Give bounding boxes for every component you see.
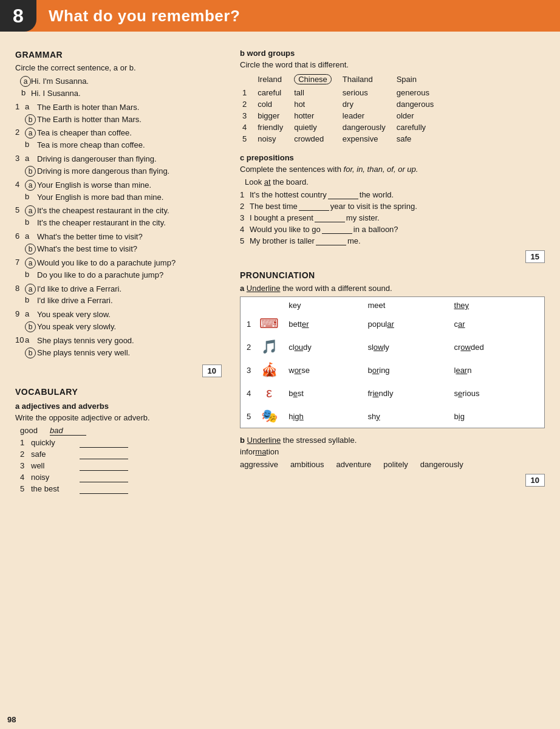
word-groups-col-header: Ireland bbox=[255, 73, 292, 87]
pron-instruction-a: a Underline the word with a different so… bbox=[240, 284, 545, 293]
prep-items: 1It's the hottest country the world.2The… bbox=[240, 190, 545, 245]
grammar-item: 10 aShe plays tennis very good.bShe play… bbox=[15, 335, 222, 360]
grammar-item: 4aYour English is worse than mine. bYour… bbox=[15, 180, 222, 204]
vocab-items: 1quickly 2safe 3well 4noisy 5the best bbox=[15, 438, 222, 494]
vocab-instruction: Write the opposite adjective or adverb. bbox=[15, 413, 222, 422]
word-groups-row: 2coldhotdrydangerous bbox=[240, 98, 442, 110]
stressed-word: aggressive bbox=[240, 460, 278, 469]
stressed-word: dangerously bbox=[420, 460, 463, 469]
vocab-item: 2safe bbox=[20, 450, 222, 459]
pronunciation-table: keymeetthey 1⌨betterpopularcar 2🎵cloudys… bbox=[240, 296, 545, 428]
word-groups-table: IrelandChineseThailandSpain 1carefultall… bbox=[240, 73, 442, 145]
stressed-word: adventure bbox=[336, 460, 372, 469]
intro-a-text: Hi. I'm Susanna. bbox=[31, 76, 222, 87]
word-groups-row: 4friendlyquietlydangerouslycarefully bbox=[240, 122, 442, 133]
stressed-words: aggressiveambitiousadventurepolitelydang… bbox=[240, 460, 545, 469]
grammar-items: 1 aThe Earth is hoter than Mars.bThe Ear… bbox=[15, 102, 222, 360]
prepositions-score: 15 bbox=[525, 250, 545, 263]
vocab-item: 3well bbox=[20, 461, 222, 471]
stressed-word: politely bbox=[383, 460, 408, 469]
word-groups-col-header: Thailand bbox=[340, 73, 394, 87]
grammar-score: 10 bbox=[202, 364, 222, 377]
pronunciation-score: 10 bbox=[525, 474, 545, 487]
pronunciation-row: 5🎭highshybig bbox=[241, 405, 545, 428]
stressed-example: information bbox=[240, 447, 545, 456]
word-groups-subheading: b word groups bbox=[240, 49, 545, 58]
look-at: Look at the board. bbox=[245, 177, 545, 187]
chapter-number: 8 bbox=[0, 0, 36, 32]
prep-item: 4Would you like to go in a balloon? bbox=[240, 225, 545, 234]
vocab-example-word: good bbox=[20, 426, 38, 436]
vocab-heading: VOCABULARY bbox=[15, 387, 222, 397]
grammar-item: 2aTea is cheaper than coffee. bTea is mo… bbox=[15, 128, 222, 152]
word-groups-col-header: Chinese bbox=[292, 73, 340, 87]
vocab-item: 5the best bbox=[20, 484, 222, 494]
vocab-item: 4noisy bbox=[20, 473, 222, 482]
prep-item: 2The best time year to visit is the spri… bbox=[240, 202, 545, 211]
page-number: 98 bbox=[7, 715, 16, 724]
word-groups-row: 3biggerhotterleaderolder bbox=[240, 110, 442, 122]
prep-item: 5My brother is taller me. bbox=[240, 236, 545, 245]
pronunciation-row: 3🎪worseboringlearn bbox=[241, 358, 545, 382]
pronunciation-row: 1⌨betterpopularcar bbox=[241, 312, 545, 335]
grammar-instruction: Circle the correct sentence, a or b. bbox=[15, 63, 222, 72]
vocab-item: 1quickly bbox=[20, 438, 222, 448]
grammar-item: 7aWould you like to do a parachute jump?… bbox=[15, 258, 222, 282]
prep-item: 3I bought a present my sister. bbox=[240, 213, 545, 222]
page-title: What do you remember? bbox=[36, 7, 240, 26]
word-groups-row: 5noisycrowdedexpensivesafe bbox=[240, 133, 442, 145]
word-groups-instruction: Circle the word that is different. bbox=[240, 60, 545, 69]
word-groups-row: 1carefultallseriousgenerous bbox=[240, 87, 442, 98]
pronunciation-row: 4εbestfriendlyserious bbox=[241, 382, 545, 405]
prepositions-subheading: c prepositions bbox=[240, 153, 545, 162]
grammar-item: 9 aYou speak very slow.bYou speak very s… bbox=[15, 309, 222, 334]
grammar-item: 5aIt's the cheapest restaurant in the ci… bbox=[15, 205, 222, 230]
stressed-instruction: b Underline the stressed syllable. bbox=[240, 436, 545, 445]
prepositions-instruction: Complete the sentences with for, in, tha… bbox=[240, 165, 545, 174]
grammar-item: 1 aThe Earth is hoter than Mars.bThe Ear… bbox=[15, 102, 222, 126]
page-header: 8 What do you remember? bbox=[0, 0, 560, 32]
grammar-item: 6 aWhat's the better time to visit?bWhat… bbox=[15, 231, 222, 256]
grammar-heading: GRAMMAR bbox=[15, 50, 222, 60]
grammar-item: 8aI'd like to drive a Ferrari. bI'd like… bbox=[15, 284, 222, 308]
intro-b-label: b bbox=[20, 88, 31, 100]
vocab-example-answer: bad bbox=[50, 426, 86, 436]
pronunciation-row: 2🎵cloudyslowlycrowded bbox=[241, 335, 545, 358]
vocab-sub-a: a adjectives and adverbs bbox=[15, 402, 222, 411]
circled-a: a bbox=[20, 76, 31, 87]
intro-a-label: a bbox=[20, 76, 31, 87]
word-groups-col-header: Spain bbox=[394, 73, 442, 87]
grammar-item: 3 aDriving is dangerouser than flying.bD… bbox=[15, 154, 222, 178]
intro-b-text: Hi. I Susanna. bbox=[31, 88, 222, 100]
stressed-word: ambitious bbox=[290, 460, 324, 469]
prep-item: 1It's the hottest country the world. bbox=[240, 190, 545, 199]
pronunciation-heading: PRONUNCIATION bbox=[240, 270, 545, 280]
